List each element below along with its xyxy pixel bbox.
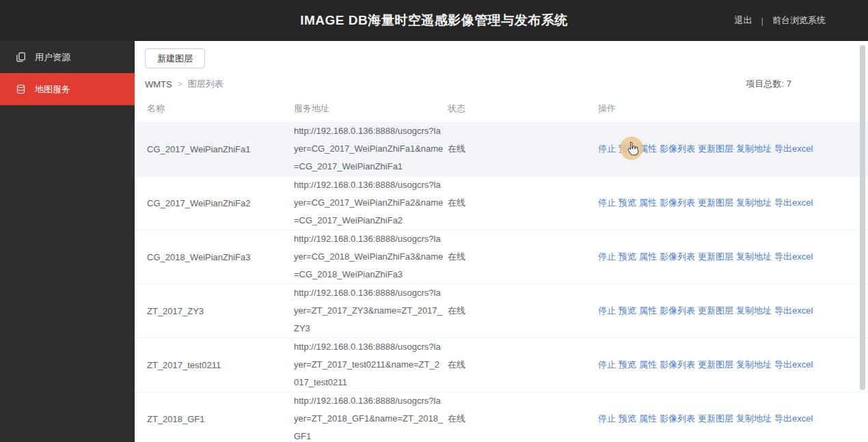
service-url-cell: http://192.168.0.136:8888/usogcrs?layer=… <box>294 230 448 284</box>
table-row: ZT_2017_ZY3 http://192.168.0.136:8888/us… <box>135 284 868 338</box>
operations-cell: 停止预览属性影像列表更新图层复制地址导出excel <box>598 413 868 425</box>
sidebar-item-map-services[interactable]: 地图服务 <box>0 73 135 105</box>
action-properties[interactable]: 属性 <box>639 197 657 208</box>
table-row: CG_2017_WeiPianZhiFa1 http://192.168.0.1… <box>135 122 868 176</box>
column-header-operations: 操作 <box>598 102 868 115</box>
header-divider: | <box>761 16 763 26</box>
action-stop[interactable]: 停止 <box>598 305 616 316</box>
chevron-right-icon: > <box>178 79 182 89</box>
action-preview[interactable]: 预览 <box>619 197 636 208</box>
action-stop[interactable]: 停止 <box>598 413 616 424</box>
operations-cell: 停止预览属性影像列表更新图层复制地址导出excel <box>598 305 868 317</box>
action-preview[interactable]: 预览 <box>619 413 636 424</box>
operations-cell: 停止预览属性影像列表更新图层复制地址导出excel <box>598 359 868 371</box>
database-icon <box>16 84 26 94</box>
action-image-list[interactable]: 影像列表 <box>660 251 695 262</box>
main-content: 新建图层 WMTS > 图层列表 项目总数: 7 名称 服务地址 状态 操作 C… <box>135 41 868 442</box>
action-copy-address[interactable]: 复制地址 <box>736 305 772 316</box>
action-image-list[interactable]: 影像列表 <box>660 305 695 316</box>
toolbar: 新建图层 <box>135 41 868 68</box>
action-copy-address[interactable]: 复制地址 <box>736 143 772 154</box>
sidebar-item-label: 用户资源 <box>35 51 70 64</box>
action-update-layer[interactable]: 更新图层 <box>698 305 733 316</box>
action-preview[interactable]: 预览 <box>619 305 636 316</box>
action-properties[interactable]: 属性 <box>639 413 657 424</box>
column-header-status: 状态 <box>448 102 598 115</box>
sidebar: 用户资源 地图服务 <box>0 41 135 442</box>
action-update-layer[interactable]: 更新图层 <box>698 197 733 208</box>
breadcrumb-item-wmts[interactable]: WMTS <box>145 79 172 89</box>
total-count-label: 项目总数: 7 <box>746 78 791 90</box>
action-properties[interactable]: 属性 <box>639 359 657 370</box>
action-stop[interactable]: 停止 <box>598 359 616 370</box>
action-copy-address[interactable]: 复制地址 <box>736 197 772 208</box>
table-row: CG_2018_WeiPianZhiFa3 http://192.168.0.1… <box>135 230 868 284</box>
service-url-cell: http://192.168.0.136:8888/usogcrs?layer=… <box>294 176 448 230</box>
operations-cell: 停止预览属性影像列表更新图层复制地址导出excel <box>598 251 868 263</box>
action-stop[interactable]: 停止 <box>598 197 616 208</box>
action-image-list[interactable]: 影像列表 <box>660 413 695 424</box>
status-badge: 在线 <box>448 143 598 155</box>
table-row: ZT_2018_GF1 http://192.168.0.136:8888/us… <box>135 392 868 442</box>
service-url-cell: http://192.168.0.136:8888/usogcrs?layer=… <box>294 284 448 337</box>
table-header-row: 名称 服务地址 状态 操作 <box>135 90 868 122</box>
sidebar-item-label: 地图服务 <box>35 83 70 96</box>
action-properties[interactable]: 属性 <box>639 251 657 262</box>
action-image-list[interactable]: 影像列表 <box>660 359 695 370</box>
breadcrumb-item-layer-list: 图层列表 <box>188 78 223 90</box>
action-properties[interactable]: 属性 <box>639 143 657 154</box>
top-header-bar: IMAGE DB海量时空遥感影像管理与发布系统 退出 | 前台浏览系统 <box>0 0 868 41</box>
status-badge: 在线 <box>448 197 598 209</box>
layer-name-cell: CG_2017_WeiPianZhiFa2 <box>147 198 294 208</box>
action-copy-address[interactable]: 复制地址 <box>736 251 772 262</box>
service-url-cell: http://192.168.0.136:8888/usogcrs?layer=… <box>294 392 448 442</box>
operations-cell: 停止预览属性影像列表更新图层复制地址导出excel <box>598 143 868 155</box>
breadcrumb: WMTS > 图层列表 <box>145 78 223 90</box>
sidebar-item-user-resources[interactable]: 用户资源 <box>0 41 135 73</box>
layer-name-cell: CG_2018_WeiPianZhiFa3 <box>147 252 294 262</box>
action-copy-address[interactable]: 复制地址 <box>736 359 772 370</box>
layer-name-cell: ZT_2018_GF1 <box>147 414 294 424</box>
action-stop[interactable]: 停止 <box>598 143 616 154</box>
vertical-scrollbar[interactable] <box>860 41 865 442</box>
documents-icon <box>16 52 26 62</box>
table-body: CG_2017_WeiPianZhiFa1 http://192.168.0.1… <box>135 122 868 442</box>
action-export-excel[interactable]: 导出excel <box>774 305 813 316</box>
action-copy-address[interactable]: 复制地址 <box>736 413 772 424</box>
column-header-service-url: 服务地址 <box>294 102 448 115</box>
action-update-layer[interactable]: 更新图层 <box>698 251 733 262</box>
breadcrumb-row: WMTS > 图层列表 项目总数: 7 <box>145 78 868 90</box>
action-export-excel[interactable]: 导出excel <box>774 359 813 370</box>
service-url-cell: http://192.168.0.136:8888/usogcrs?layer=… <box>294 122 448 176</box>
action-update-layer[interactable]: 更新图层 <box>698 359 733 370</box>
action-export-excel[interactable]: 导出excel <box>774 143 813 154</box>
action-update-layer[interactable]: 更新图层 <box>698 413 733 424</box>
action-export-excel[interactable]: 导出excel <box>774 251 813 262</box>
service-url-cell: http://192.168.0.136:8888/usogcrs?layer=… <box>294 338 448 391</box>
front-system-link[interactable]: 前台浏览系统 <box>772 14 826 27</box>
action-properties[interactable]: 属性 <box>639 305 657 316</box>
action-export-excel[interactable]: 导出excel <box>774 413 813 424</box>
action-image-list[interactable]: 影像列表 <box>660 197 695 208</box>
table-row: CG_2017_WeiPianZhiFa2 http://192.168.0.1… <box>135 176 868 230</box>
action-preview[interactable]: 预览 <box>619 359 636 370</box>
status-badge: 在线 <box>448 305 598 317</box>
status-badge: 在线 <box>448 251 598 263</box>
column-header-name: 名称 <box>147 102 294 115</box>
status-badge: 在线 <box>448 359 598 371</box>
action-preview[interactable]: 预览 <box>619 143 636 154</box>
action-export-excel[interactable]: 导出excel <box>774 197 813 208</box>
status-badge: 在线 <box>448 413 598 425</box>
new-layer-button[interactable]: 新建图层 <box>145 49 205 68</box>
operations-cell: 停止预览属性影像列表更新图层复制地址导出excel <box>598 197 868 209</box>
action-preview[interactable]: 预览 <box>619 251 636 262</box>
header-actions: 退出 | 前台浏览系统 <box>735 0 826 41</box>
action-update-layer[interactable]: 更新图层 <box>698 143 733 154</box>
logout-link[interactable]: 退出 <box>735 14 752 27</box>
app-window: IMAGE DB海量时空遥感影像管理与发布系统 退出 | 前台浏览系统 用户资源 <box>0 0 868 442</box>
action-image-list[interactable]: 影像列表 <box>660 143 695 154</box>
table-row: ZT_2017_test0211 http://192.168.0.136:88… <box>135 338 868 392</box>
scrollbar-thumb[interactable] <box>860 45 865 390</box>
action-stop[interactable]: 停止 <box>598 251 616 262</box>
layer-name-cell: CG_2017_WeiPianZhiFa1 <box>147 144 294 154</box>
